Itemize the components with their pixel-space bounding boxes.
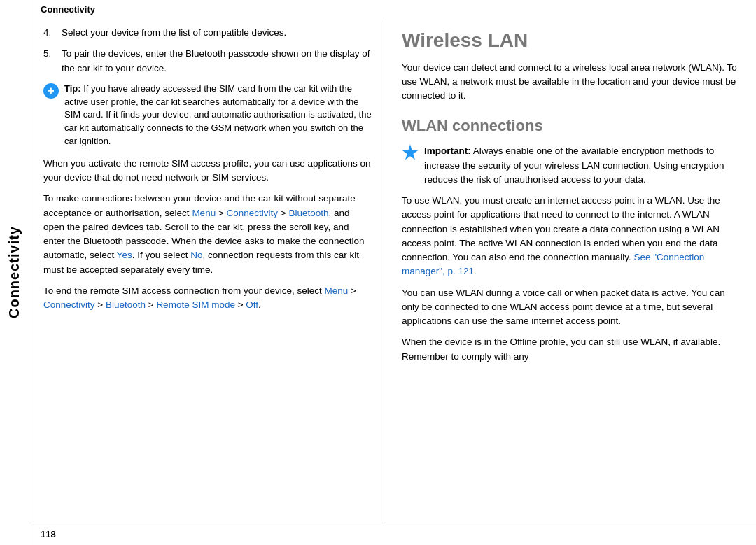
- page-number: 118: [41, 529, 56, 539]
- columns: 4. Select your device from the list of c…: [29, 19, 756, 523]
- left-para-1: When you activate the remote SIM access …: [43, 157, 372, 185]
- page-container: Connectivity Connectivity 4. Select your…: [0, 0, 756, 545]
- right-para-3: When the device is in the Offline profil…: [402, 335, 741, 364]
- right-para-1: To use WLAN, you must create an internet…: [402, 194, 741, 279]
- tip-text: If you have already accessed the SIM car…: [64, 83, 372, 146]
- breadcrumb-text: Connectivity: [41, 4, 95, 15]
- para2-menu1-link[interactable]: Menu: [192, 208, 216, 218]
- important-box: Important: Always enable one of the avai…: [402, 144, 741, 187]
- tip-content: Tip: If you have already accessed the SI…: [64, 83, 372, 148]
- para3-end: .: [258, 299, 261, 310]
- tip-box: Tip: If you have already accessed the SI…: [43, 83, 372, 148]
- para3-connectivity-link[interactable]: Connectivity: [43, 299, 95, 310]
- sidebar: Connectivity: [0, 0, 29, 545]
- left-para-2: To make connections between your device …: [43, 192, 372, 277]
- important-bold-label: Important:: [424, 146, 471, 156]
- para3-before: To end the remote SIM access connection …: [43, 285, 324, 296]
- para2-yes-link[interactable]: Yes: [117, 250, 132, 260]
- tip-bold-label: Tip:: [64, 83, 81, 94]
- list-number-5: 5.: [43, 47, 56, 76]
- para2-sep1: >: [216, 208, 226, 218]
- para3-menu-link[interactable]: Menu: [324, 285, 348, 296]
- breadcrumb: Connectivity: [29, 0, 756, 19]
- important-icon: [402, 144, 419, 161]
- left-para-1-text: When you activate the remote SIM access …: [43, 158, 371, 183]
- para3-sep1: >: [348, 285, 356, 296]
- wireless-lan-title: Wireless LAN: [402, 29, 741, 52]
- star-icon: [402, 144, 419, 161]
- wlan-connections-subtitle: WLAN connections: [402, 114, 741, 137]
- left-column: 4. Select your device from the list of c…: [29, 19, 386, 523]
- para2-bluetooth1-link[interactable]: Bluetooth: [288, 208, 328, 218]
- sidebar-label: Connectivity: [6, 226, 22, 318]
- para2-mid: . If you select: [132, 250, 190, 260]
- para3-remote-link[interactable]: Remote SIM mode: [156, 299, 235, 310]
- list-item-5: 5. To pair the devices, enter the Blueto…: [43, 47, 372, 76]
- list-number-4: 4.: [43, 26, 56, 40]
- para2-no-link[interactable]: No: [190, 250, 202, 260]
- para3-bluetooth-link[interactable]: Bluetooth: [106, 299, 146, 310]
- right-para-2: You can use WLAN during a voice call or …: [402, 286, 741, 329]
- list-text-4: Select your device from the list of comp…: [62, 26, 372, 40]
- para3-sep2: >: [95, 299, 106, 310]
- tip-icon: [43, 83, 59, 99]
- list-text-5: To pair the devices, enter the Bluetooth…: [62, 47, 372, 76]
- para2-sep2: >: [278, 208, 288, 218]
- right-intro: Your device can detect and connect to a …: [402, 61, 741, 104]
- para2-connectivity1-link[interactable]: Connectivity: [227, 208, 279, 218]
- bottom-bar: 118: [29, 523, 756, 545]
- content-area: Connectivity 4. Select your device from …: [29, 0, 756, 545]
- right-column: Wireless LAN Your device can detect and …: [386, 19, 756, 523]
- list-item-4: 4. Select your device from the list of c…: [43, 26, 372, 40]
- para3-sep4: >: [235, 299, 246, 310]
- para3-sep3: >: [146, 299, 156, 310]
- left-para-3: To end the remote SIM access connection …: [43, 284, 372, 313]
- important-content: Important: Always enable one of the avai…: [424, 144, 741, 187]
- para3-off-link[interactable]: Off: [246, 299, 258, 310]
